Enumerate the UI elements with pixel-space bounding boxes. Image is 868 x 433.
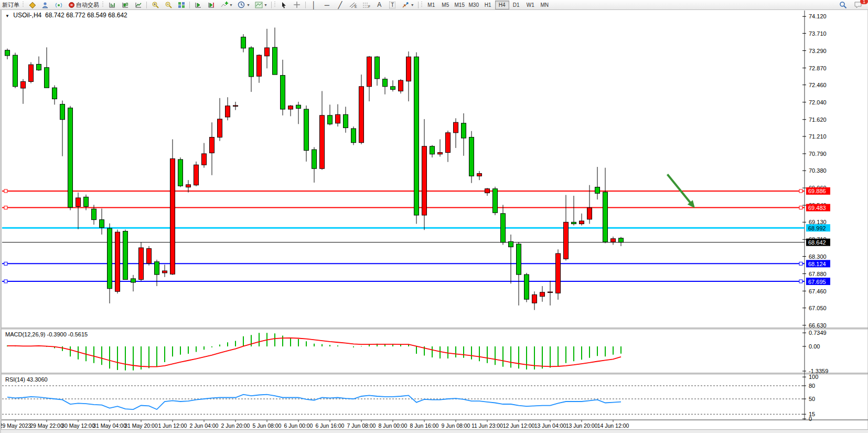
indicators-button[interactable]: ▼ — [218, 1, 235, 9]
candlestick-chart-icon[interactable] — [119, 1, 132, 9]
candle — [469, 131, 474, 183]
zoom-in-icon[interactable] — [148, 1, 162, 9]
line-handle[interactable] — [799, 189, 802, 193]
price-tick-label: 72.040 — [809, 99, 827, 105]
chart-plot[interactable]: 74.12073.71073.29072.87072.46072.04071.6… — [1, 9, 868, 433]
candle — [493, 187, 498, 215]
toolbar-separator — [305, 2, 306, 8]
profiles-icon[interactable] — [39, 1, 52, 9]
candle — [359, 75, 364, 144]
candle — [218, 98, 222, 141]
toolbar-grip — [102, 2, 104, 8]
price-tick-label: 68.300 — [809, 254, 827, 260]
macd-tick-label: 0.7349 — [809, 330, 827, 336]
template-icon — [254, 1, 263, 9]
time-tick-label: 13 Jun 20:00 — [566, 423, 598, 429]
line-handle[interactable] — [4, 280, 7, 283]
macd-signal-line — [7, 338, 621, 367]
price-tick-label: 71.620 — [809, 117, 827, 123]
chart-window: ▼ USOil-,H4 68.742 68.772 68.549 68.642 … — [0, 9, 868, 433]
time-tick-label: 12 Jun 12:00 — [503, 423, 535, 429]
window-bottom-edge — [1, 429, 868, 433]
timeframe-h4[interactable]: H4 — [495, 1, 509, 9]
auto-trading-button[interactable]: 自动交易 — [65, 1, 101, 9]
rsi-line — [7, 395, 621, 409]
timeframe-mn[interactable]: MN — [538, 1, 552, 9]
timeframe-h1[interactable]: H1 — [481, 1, 495, 9]
candle — [5, 49, 10, 59]
time-tick-label: 8 Jun 00:00 — [379, 423, 408, 429]
line-handle[interactable] — [4, 262, 7, 265]
new-chart-icon[interactable] — [26, 1, 39, 9]
notifications-icon[interactable]: 1 — [852, 1, 865, 9]
vertical-line-icon[interactable]: │ — [307, 1, 320, 9]
timeframe-w1[interactable]: W1 — [523, 1, 538, 9]
crosshair-icon[interactable] — [291, 1, 304, 9]
horizontal-line-icon[interactable]: ─ — [320, 1, 334, 9]
candle — [540, 286, 545, 302]
bar-chart-icon[interactable] — [105, 1, 119, 9]
line-handle[interactable] — [799, 206, 802, 209]
text-icon[interactable]: A — [373, 1, 386, 9]
new-order-button[interactable]: 新订单 — [0, 1, 22, 9]
line-handle[interactable] — [4, 189, 7, 193]
macd-tick-label: -1.3359 — [809, 368, 828, 374]
candle — [155, 260, 159, 286]
templates-button[interactable]: ▼ — [252, 1, 270, 9]
candle — [430, 145, 435, 157]
signals-icon[interactable] — [52, 1, 65, 9]
line-handle[interactable] — [799, 262, 802, 265]
fibonacci-icon[interactable]: F — [360, 1, 373, 9]
chart-title-bar[interactable]: ▼ USOil-,H4 68.742 68.772 68.549 68.642 — [5, 12, 127, 19]
chart-ohlc-values: 68.742 68.772 68.549 68.642 — [45, 12, 127, 19]
price-tick-label: 72.870 — [809, 65, 827, 71]
price-tag-label: 69.483 — [808, 205, 826, 211]
time-tick-label: 9 Jun 08:00 — [442, 423, 470, 429]
candle — [52, 85, 57, 104]
arrows-tool-button[interactable]: ▼ — [399, 1, 416, 9]
candle — [548, 281, 553, 305]
clock-icon — [237, 1, 246, 9]
candle — [344, 107, 348, 132]
timeframe-m5[interactable]: M5 — [438, 1, 453, 9]
auto-scroll-icon[interactable] — [191, 1, 205, 9]
search-icon[interactable] — [837, 1, 850, 9]
line-handle[interactable] — [799, 280, 802, 283]
price-tick-label: 73.290 — [809, 48, 827, 54]
candle — [446, 131, 451, 162]
tile-windows-icon[interactable] — [175, 1, 188, 9]
equidistant-channel-icon[interactable]: E — [347, 1, 360, 9]
line-chart-icon[interactable] — [132, 1, 145, 9]
cursor-icon[interactable] — [277, 1, 291, 9]
candle — [391, 80, 395, 91]
time-tick-label: 11 Jun 23:00 — [471, 423, 503, 429]
line-handle[interactable] — [4, 206, 7, 209]
candle — [210, 122, 215, 175]
toolbar-grip — [274, 2, 276, 8]
price-tag-label: 67.695 — [808, 279, 826, 285]
time-tick-label: 29 May 22:00 — [30, 423, 63, 429]
rsi-tick-label: 80 — [809, 383, 815, 389]
toolbar-separator — [189, 2, 190, 8]
chart-shift-icon[interactable] — [205, 1, 218, 9]
candle — [296, 102, 301, 124]
periods-button[interactable]: ▼ — [235, 1, 252, 9]
timeframe-d1[interactable]: D1 — [509, 1, 523, 9]
candle — [273, 28, 277, 75]
candle — [572, 196, 576, 226]
text-label-icon[interactable]: T — [386, 1, 399, 9]
price-tag-label: 68.642 — [808, 239, 826, 246]
timeframe-m30[interactable]: M30 — [467, 1, 481, 9]
timeframe-m15[interactable]: M15 — [453, 1, 467, 9]
candle — [241, 34, 246, 52]
candle — [564, 195, 569, 260]
trendline-icon[interactable]: ╱ — [334, 1, 347, 9]
timeframe-m1[interactable]: M1 — [424, 1, 438, 9]
candle — [595, 167, 600, 199]
time-tick-label: 31 May 20:00 — [124, 423, 158, 429]
price-tag-label: 68.992 — [808, 225, 826, 231]
price-tick-label: 74.120 — [809, 13, 827, 19]
zoom-out-icon[interactable] — [162, 1, 175, 9]
candle — [115, 229, 120, 293]
chevron-down-icon[interactable]: ▼ — [5, 14, 9, 18]
